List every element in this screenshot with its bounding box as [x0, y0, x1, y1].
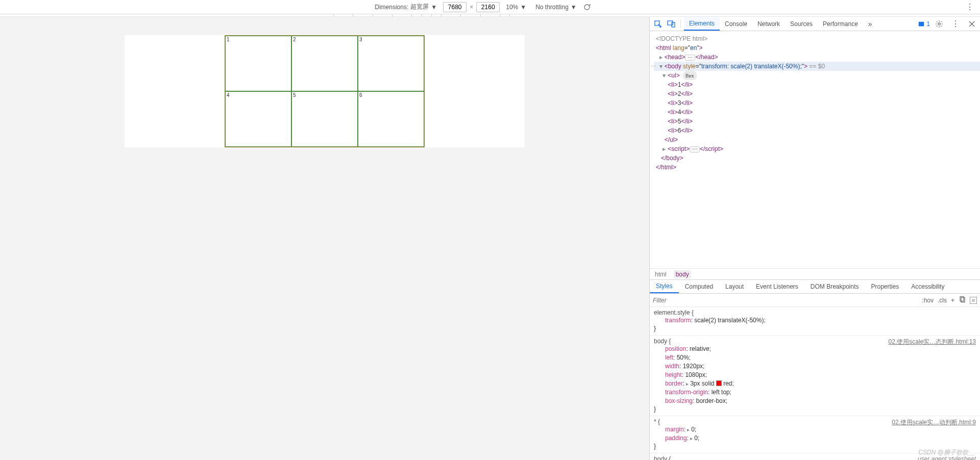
throttling-value: No throttling: [535, 4, 569, 11]
color-swatch-icon[interactable]: [716, 380, 722, 386]
grid-cell: 2: [291, 36, 358, 91]
tab-computed[interactable]: Computed: [679, 280, 719, 293]
styles-filter-row: :hov .cls + ⎚: [650, 294, 980, 307]
zoom-select[interactable]: 10% ▼: [503, 3, 529, 12]
tab-performance[interactable]: Performance: [818, 17, 863, 31]
tab-sources[interactable]: Sources: [785, 17, 818, 31]
page-grid: 1 2 3 4 5 6: [225, 35, 425, 147]
dom-tree[interactable]: <!DOCTYPE html> <html lang="en"> ▸<head>…: [650, 31, 980, 268]
breadcrumb-body[interactable]: body: [674, 270, 691, 278]
device-toolbar: Dimensions: 超宽屏 ▼ × 10% ▼ No throttling …: [0, 0, 980, 14]
svg-point-5: [938, 22, 940, 24]
tab-styles[interactable]: Styles: [650, 280, 679, 293]
device-toggle-icon[interactable]: [665, 18, 677, 30]
source-link[interactable]: 02.使用scale实…动判断.html:9: [892, 418, 976, 427]
svg-rect-4: [919, 21, 924, 26]
styles-pane-header: Styles Computed Layout Event Listeners D…: [650, 279, 980, 294]
more-icon[interactable]: ⋮: [963, 2, 977, 12]
throttling-select[interactable]: No throttling ▼: [532, 3, 580, 12]
tab-elements[interactable]: Elements: [684, 17, 720, 31]
grid-cell: 3: [358, 36, 424, 91]
svg-rect-7: [961, 298, 965, 302]
rule-body: 02.使用scale实…态判断.html:13 body { position:…: [650, 336, 980, 416]
issues-badge[interactable]: 1: [918, 20, 930, 28]
grid-cell: 1: [225, 36, 291, 91]
dimensions-label: Dimensions:: [375, 4, 408, 11]
inspect-icon[interactable]: [652, 18, 664, 30]
tab-network[interactable]: Network: [752, 17, 785, 31]
tab-properties[interactable]: Properties: [865, 280, 905, 293]
tab-accessibility[interactable]: Accessibility: [905, 280, 950, 293]
settings-icon[interactable]: [933, 18, 945, 30]
chevron-down-icon: ▼: [431, 4, 437, 11]
copy-styles-icon[interactable]: [959, 296, 966, 304]
styles-body[interactable]: element.style { transform: scale(2) tran…: [650, 307, 980, 460]
grid-cell: 6: [358, 91, 424, 147]
rotate-icon[interactable]: [583, 3, 591, 11]
svg-point-0: [584, 5, 590, 10]
tab-event-listeners[interactable]: Event Listeners: [750, 280, 804, 293]
tab-layout[interactable]: Layout: [719, 280, 750, 293]
rule-element-style: element.style { transform: scale(2) tran…: [650, 307, 980, 336]
issues-count: 1: [926, 20, 930, 28]
source-link[interactable]: 02.使用scale实…态判断.html:13: [889, 338, 976, 346]
width-input[interactable]: [443, 2, 467, 12]
cls-toggle[interactable]: .cls: [938, 297, 947, 304]
height-input[interactable]: [476, 2, 500, 12]
zoom-value: 10%: [506, 4, 518, 11]
rule-star: 02.使用scale实…动判断.html:9 * { margin: ▸ 0; …: [650, 416, 980, 453]
chevron-down-icon: ▼: [520, 4, 526, 11]
ua-stylesheet-label: user agent stylesheet: [918, 455, 976, 460]
page-frame: 1 2 3 4 5 6: [125, 35, 525, 147]
tab-console[interactable]: Console: [720, 17, 752, 31]
viewport-area: 1 2 3 4 5 6: [0, 17, 649, 460]
chevron-down-icon: ▼: [571, 4, 577, 11]
close-devtools-icon[interactable]: [966, 18, 978, 30]
hov-toggle[interactable]: :hov: [922, 297, 934, 304]
devtools-tabs: Elements Console Network Sources Perform…: [684, 17, 877, 31]
styles-filter-input[interactable]: [653, 297, 918, 304]
dimensions-select[interactable]: Dimensions: 超宽屏 ▼: [372, 2, 440, 12]
svg-rect-6: [960, 297, 964, 301]
devtools-more-icon[interactable]: ⋮: [948, 19, 963, 29]
x-separator: ×: [470, 4, 473, 11]
breadcrumb-html[interactable]: html: [655, 271, 667, 278]
grid-cell: 5: [291, 91, 358, 147]
rule-body-ua: user agent stylesheet body {: [650, 453, 980, 460]
device-name: 超宽屏: [410, 3, 429, 11]
tab-dom-breakpoints[interactable]: DOM Breakpoints: [804, 280, 865, 293]
devtools-toolbar: Elements Console Network Sources Perform…: [650, 17, 980, 31]
ruler: [0, 14, 980, 17]
tabs-overflow-icon[interactable]: »: [863, 17, 877, 31]
devtools-panel: Elements Console Network Sources Perform…: [649, 17, 980, 460]
toggle-sidebar-icon[interactable]: ⎚: [970, 297, 977, 304]
new-style-rule-icon[interactable]: +: [951, 297, 954, 304]
grid-cell: 4: [225, 91, 291, 147]
breadcrumb: html body: [650, 268, 980, 279]
